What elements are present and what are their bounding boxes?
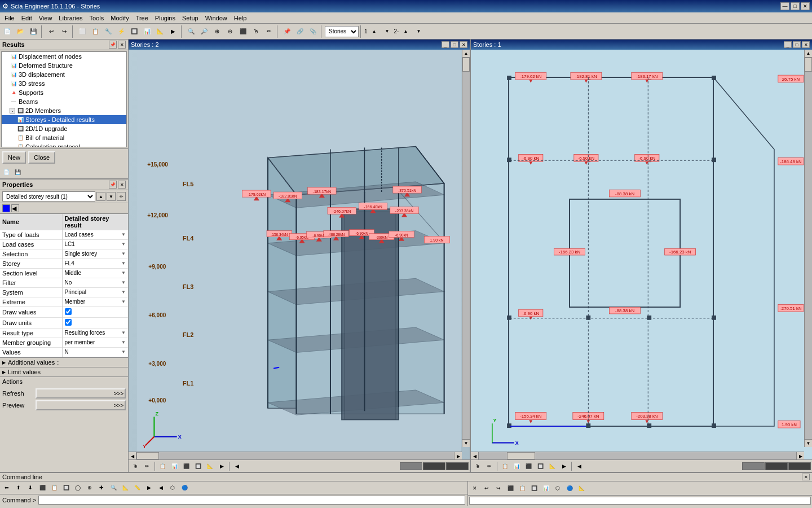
tb-new[interactable]: 📄 [1, 25, 14, 38]
refresh-button[interactable]: >>> [36, 388, 126, 398]
actions-header[interactable]: Actions [0, 377, 128, 386]
tb-spin1-up[interactable]: ▲ [368, 25, 381, 38]
cmd-tb-3[interactable]: ⬇ [25, 483, 36, 493]
tree-item-3d-disp[interactable]: 📊 3D displacement [2, 70, 126, 79]
cmd-r-tb-7[interactable]: 📊 [540, 483, 551, 493]
vp-tb-btn1[interactable]: 🖱 [130, 461, 141, 471]
color-btn-blue[interactable] [2, 204, 10, 212]
scroll2-track-v[interactable] [805, 58, 812, 439]
tb-btn8[interactable]: 📊 [141, 25, 153, 38]
tb-spin1-down[interactable]: ▼ [381, 25, 394, 38]
tree-item-displacement-nodes[interactable]: 📊 Displacement of nodes [2, 52, 126, 61]
prop-row-type-loads[interactable]: Type of loads Load cases ▼ [0, 230, 128, 240]
scroll2-up-btn[interactable]: ▲ [805, 50, 812, 58]
results-panel-controls[interactable]: 📌 ✕ [109, 41, 126, 49]
cmd-tb-11[interactable]: 📐 [120, 483, 131, 493]
tree-item-supports[interactable]: 🔺 Supports [2, 88, 126, 97]
scroll2-left-btn[interactable]: ◀ [471, 452, 479, 459]
tb-btn5[interactable]: 🔧 [102, 25, 114, 38]
cmd-tb-5[interactable]: 📋 [48, 483, 60, 493]
cmd-r-tb-10[interactable]: 📐 [576, 483, 587, 493]
prop-system-value[interactable]: Principal ▼ [63, 288, 129, 296]
prop-row-result-type[interactable]: Result type Resulting forces ▼ [0, 329, 128, 338]
tree-item-calc-protocol[interactable]: 📋 Calculation protocol [2, 142, 126, 147]
prop-selection-value[interactable]: Single storey ▼ [63, 249, 129, 258]
scroll-track-v[interactable] [462, 58, 470, 439]
tb-btn6[interactable]: ⚡ [115, 25, 127, 38]
scroll-track-h[interactable] [136, 452, 454, 459]
props-icon-btn2[interactable]: ▼ [107, 192, 116, 201]
menu-libraries[interactable]: Libraries [55, 14, 86, 23]
tb-btn3[interactable]: ⬜ [76, 25, 89, 38]
scroll-down-btn[interactable]: ▼ [462, 439, 470, 447]
view-max-stories1[interactable]: □ [793, 41, 801, 48]
vp-tb-btn5[interactable]: ⬛ [180, 461, 192, 471]
tb-btn9[interactable]: 📐 [154, 25, 166, 38]
scrollbar-h-2d[interactable]: ◀ ▶ [471, 452, 804, 459]
menu-tools[interactable]: Tools [86, 14, 108, 23]
prop-row-selection[interactable]: Selection Single storey ▼ [0, 249, 128, 259]
prop-resulttype-value[interactable]: Resulting forces ▼ [63, 329, 129, 337]
results-panel-close[interactable]: ✕ [118, 41, 126, 49]
draw-values-checkbox[interactable] [65, 308, 72, 315]
tb-btn19[interactable]: 📎 [307, 25, 319, 38]
vp2-tb-btn5[interactable]: ⬛ [523, 461, 534, 471]
tree-item-deformed[interactable]: 📊 Deformed Structure [2, 61, 126, 70]
cmd-r-tb-3[interactable]: ↪ [493, 483, 504, 493]
cmd-r-tb-9[interactable]: 🔵 [564, 483, 575, 493]
menu-view[interactable]: View [36, 14, 56, 23]
cmd-tb-1[interactable]: ⬅ [1, 483, 12, 493]
prop-typeloads-value[interactable]: Load cases ▼ [63, 230, 129, 239]
tb-btn10[interactable]: ▶ [167, 25, 179, 38]
cmd-header-controls[interactable]: ✕ [802, 474, 810, 480]
results-panel-pin[interactable]: 📌 [109, 41, 117, 49]
scroll-indicator-2[interactable] [423, 462, 445, 470]
vp-tb-btn8[interactable]: ▶ [216, 461, 227, 471]
tb-spin2-up[interactable]: ▲ [399, 25, 412, 38]
prop-row-system[interactable]: System Principal ▼ [0, 288, 128, 297]
vp-tb-btn4[interactable]: 📊 [169, 461, 180, 471]
tb-open[interactable]: 📂 [14, 25, 27, 38]
tb-btn11[interactable]: 🔍 [185, 25, 197, 38]
cmd-r-tb-4[interactable]: ⬛ [505, 483, 516, 493]
prop-grouping-value[interactable]: per member ▼ [63, 338, 129, 347]
tree-item-3d-stress[interactable]: 📊 3D stress [2, 79, 126, 88]
scroll2-thumb-h[interactable] [507, 452, 535, 459]
tb-small-2[interactable]: 💾 [12, 167, 23, 177]
window-controls[interactable]: — □ ✕ [780, 2, 810, 10]
scroll-up-btn[interactable]: ▲ [462, 50, 470, 58]
stories-combo[interactable]: Stories [325, 26, 359, 37]
view-min-stories1[interactable]: _ [784, 41, 792, 48]
close-button-results[interactable]: Close [28, 151, 55, 164]
menu-edit[interactable]: Edit [18, 14, 36, 23]
vp-tb-btn2[interactable]: ✏ [142, 461, 153, 471]
prop-row-extreme[interactable]: Extreme Member ▼ [0, 297, 128, 307]
scroll-thumb-v[interactable] [462, 58, 470, 72]
vp2-tb-btn6[interactable]: 🔲 [535, 461, 546, 471]
prop-row-loadcases[interactable]: Load cases LC1 ▼ [0, 240, 128, 249]
prop-drawvalues-value[interactable] [62, 307, 128, 318]
menu-setup[interactable]: Setup [179, 14, 202, 23]
cmd-tb-12[interactable]: 📏 [131, 483, 143, 493]
cmd-input-field[interactable] [38, 496, 465, 505]
new-button[interactable]: New [2, 151, 26, 164]
tb-small-1[interactable]: 📄 [1, 167, 11, 177]
scroll2-indicator-1[interactable] [742, 462, 765, 470]
additional-values-header[interactable]: ▶ Additional values : [0, 358, 128, 367]
cmd-tb-15[interactable]: ⬡ [167, 483, 178, 493]
scroll-right-btn[interactable]: ▶ [454, 452, 462, 459]
scroll2-indicator-3[interactable] [788, 462, 811, 470]
cmd-r-tb-1[interactable]: ✕ [469, 483, 480, 493]
tree-item-2d-1d[interactable]: 🔲 2D/1D upgrade [2, 124, 126, 133]
tb-btn12[interactable]: 🔎 [198, 25, 210, 38]
view-close-stories2[interactable]: ✕ [460, 41, 467, 48]
color-btn-prev[interactable]: ◀ [11, 204, 19, 212]
tb-btn18[interactable]: 🔗 [294, 25, 306, 38]
scroll-indicator-1[interactable] [400, 462, 422, 470]
cmd-r-tb-2[interactable]: ↩ [481, 483, 492, 493]
prop-row-member-grouping[interactable]: Member grouping per member ▼ [0, 338, 128, 348]
tb-redo[interactable]: ↪ [58, 25, 70, 38]
prop-loadcases-value[interactable]: LC1 ▼ [63, 240, 129, 248]
cmd-tb-13[interactable]: ▶ [143, 483, 155, 493]
scrollbar-h-3d[interactable]: ◀ ▶ [129, 452, 462, 459]
